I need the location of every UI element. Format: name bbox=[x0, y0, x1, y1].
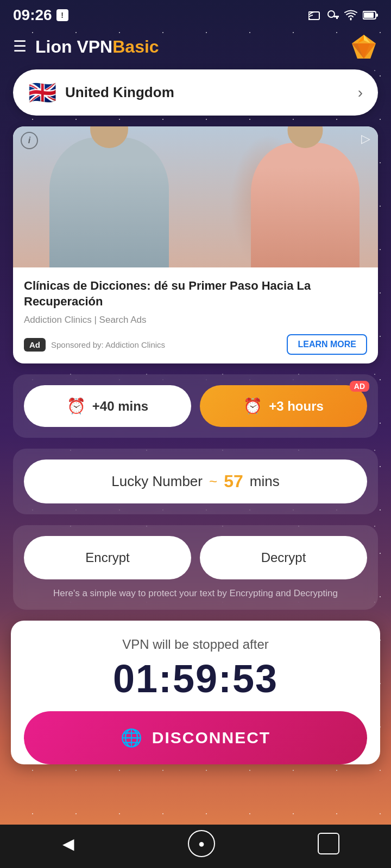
battery-icon bbox=[363, 10, 378, 21]
status-left: 09:26 ! bbox=[13, 7, 68, 24]
timer-card: ⏰ +40 mins AD ⏰ +3 hours bbox=[13, 374, 378, 438]
lucky-number-unit: mins bbox=[250, 473, 280, 490]
timer-40min-button[interactable]: ⏰ +40 mins bbox=[24, 385, 191, 427]
alert-icon: ! bbox=[56, 9, 68, 21]
encrypt-decrypt-card: Encrypt Decrypt Here's a simple way to p… bbox=[13, 525, 378, 610]
app-title-container: Lion VPNBasic bbox=[35, 37, 159, 57]
encrypt-description: Here's a simple way to protect your text… bbox=[24, 588, 367, 599]
chevron-right-icon: › bbox=[358, 84, 363, 101]
decrypt-button[interactable]: Decrypt bbox=[200, 536, 367, 579]
key-icon bbox=[327, 10, 339, 21]
ad-content: Clínicas de Dicciones: dé su Primer Paso… bbox=[13, 267, 378, 363]
lucky-number-card: Lucky Number ~ 57 mins bbox=[13, 449, 378, 514]
app-title: Lion VPNBasic bbox=[35, 37, 159, 56]
nav-home-button[interactable]: ● bbox=[188, 830, 215, 857]
country-name: United Kingdom bbox=[65, 84, 174, 101]
svg-rect-4 bbox=[364, 12, 374, 18]
nav-recents-button[interactable] bbox=[318, 833, 339, 854]
encrypt-buttons: Encrypt Decrypt bbox=[24, 536, 367, 579]
status-time: 09:26 bbox=[13, 7, 52, 24]
ad-footer: Ad Sponsored by: Addiction Clinics LEARN… bbox=[24, 334, 367, 355]
globe-icon: 🌐 bbox=[121, 727, 143, 748]
svg-rect-5 bbox=[376, 14, 378, 17]
lucky-number-value: 57 bbox=[224, 471, 243, 492]
learn-more-button[interactable]: LEARN MORE bbox=[287, 334, 367, 355]
ad-info-icon: i bbox=[21, 132, 38, 149]
ad-image: i ▷ bbox=[13, 126, 378, 267]
ad-sponsored: Sponsored by: Addiction Clinics bbox=[51, 340, 165, 349]
country-left: 🇬🇧 United Kingdom bbox=[28, 79, 174, 106]
ad-banner: i ▷ Clínicas de Dicciones: dé su Primer … bbox=[13, 126, 378, 363]
status-right bbox=[308, 10, 378, 21]
back-icon: ◀ bbox=[62, 835, 74, 852]
lucky-tilde: ~ bbox=[209, 473, 217, 490]
gem-logo bbox=[350, 33, 378, 61]
wifi-icon bbox=[344, 10, 357, 21]
nav-back-button[interactable]: ◀ bbox=[52, 829, 85, 858]
svg-point-2 bbox=[328, 11, 335, 17]
vpn-status-text: VPN will be stopped after bbox=[24, 637, 367, 652]
timer-3hour-label: +3 hours bbox=[269, 399, 324, 414]
app-name: Lion VPN bbox=[35, 37, 112, 56]
lucky-number-inner: Lucky Number ~ 57 mins bbox=[24, 459, 367, 503]
disconnect-button[interactable]: 🌐 DISCONNECT bbox=[24, 711, 367, 764]
timer-40min-label: +40 mins bbox=[92, 399, 148, 414]
nav-bar: ◀ ● bbox=[0, 825, 391, 868]
clock-icon-2: ⏰ bbox=[243, 397, 262, 415]
home-icon: ● bbox=[198, 838, 205, 850]
menu-icon[interactable]: ☰ bbox=[13, 39, 27, 54]
ad-play-icon: ▷ bbox=[361, 132, 370, 146]
plan-label: Basic bbox=[112, 37, 159, 56]
country-selector[interactable]: 🇬🇧 United Kingdom › bbox=[13, 69, 378, 116]
ad-headline: Clínicas de Dicciones: dé su Primer Paso… bbox=[24, 278, 367, 309]
country-flag: 🇬🇧 bbox=[28, 79, 56, 106]
vpn-timer: 01:59:53 bbox=[24, 658, 367, 700]
person-right bbox=[251, 143, 360, 267]
ad-footer-left: Ad Sponsored by: Addiction Clinics bbox=[24, 338, 165, 352]
cast-icon bbox=[308, 10, 321, 21]
timer-3hour-button[interactable]: AD ⏰ +3 hours bbox=[200, 385, 367, 427]
timer-ad-badge: AD bbox=[350, 381, 369, 392]
person-left bbox=[49, 137, 169, 267]
lucky-number-label: Lucky Number bbox=[111, 473, 203, 490]
timer-buttons: ⏰ +40 mins AD ⏰ +3 hours bbox=[24, 385, 367, 427]
header: ☰ Lion VPNBasic bbox=[0, 28, 391, 69]
disconnect-label: DISCONNECT bbox=[152, 729, 270, 747]
ad-badge: Ad bbox=[24, 338, 46, 352]
vpn-status-card: VPN will be stopped after 01:59:53 🌐 DIS… bbox=[11, 621, 380, 764]
ad-source: Addiction Clinics | Search Ads bbox=[24, 315, 367, 326]
status-bar: 09:26 ! bbox=[0, 0, 391, 28]
clock-icon-1: ⏰ bbox=[67, 397, 86, 415]
encrypt-button[interactable]: Encrypt bbox=[24, 536, 191, 579]
header-left: ☰ Lion VPNBasic bbox=[13, 37, 159, 57]
